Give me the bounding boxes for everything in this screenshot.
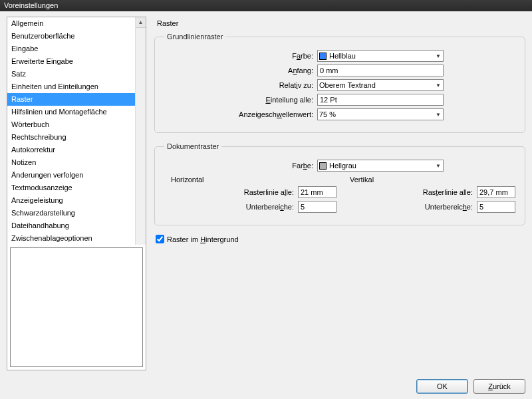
h-sub-input[interactable]: [298, 201, 336, 213]
sidebar-item-hilfslinien-und-montagefl-che[interactable]: Hilfslinien und Montagefläche: [7, 106, 146, 118]
grids-in-back-label[interactable]: Raster im Hintergrund: [167, 235, 239, 243]
ok-button[interactable]: OK: [416, 379, 468, 394]
vertical-column: Vertikal Rasterlinie alle: Unterbereiche…: [343, 176, 515, 215]
baseline-threshold-dropdown[interactable]: 75 % ▼: [317, 108, 444, 120]
sidebar-item-w-rterbuch[interactable]: Wörterbuch: [7, 118, 146, 131]
h-sub-label: Unterbereiche:: [246, 203, 298, 211]
baseline-start-input[interactable]: [317, 65, 444, 76]
v-sub-label: Unterbereiche:: [425, 203, 477, 211]
baseline-color-dropdown[interactable]: Hellblau ▼: [317, 50, 444, 62]
baseline-grid-group: Grundlinienraster Farbe: Hellblau ▼ Anfa…: [154, 33, 525, 133]
sidebar-item-erweiterte-eingabe[interactable]: Erweiterte Eingabe: [7, 55, 146, 68]
sidebar-item-zwischenablageoptionen[interactable]: Zwischenablageoptionen: [7, 232, 146, 245]
dialog-footer: OK Zurück: [416, 379, 525, 394]
dialog-content: AllgemeinBenutzeroberflächeEingabeErweit…: [0, 11, 532, 370]
document-grid-legend: Dokumentraster: [164, 142, 221, 150]
baseline-increment-input[interactable]: [317, 94, 444, 106]
horizontal-title: Horizontal: [171, 176, 336, 184]
chevron-down-icon: ▼: [436, 163, 441, 169]
sidebar-item-allgemein[interactable]: Allgemein: [7, 17, 146, 30]
category-list: AllgemeinBenutzeroberflächeEingabeErweit…: [7, 17, 146, 245]
baseline-start-label: Anfang:: [164, 66, 317, 74]
baseline-relative-label: Relativ zu:: [164, 81, 317, 89]
sidebar-item-notizen[interactable]: Notizen: [7, 156, 146, 169]
chevron-down-icon: ▼: [436, 82, 441, 88]
color-swatch-icon: [319, 162, 327, 170]
sidebar-item-textmodusanzeige[interactable]: Textmodusanzeige: [7, 182, 146, 194]
sidebar-item-dateihandhabung[interactable]: Dateihandhabung: [7, 219, 146, 232]
category-sidebar: AllgemeinBenutzeroberflächeEingabeErweit…: [7, 17, 146, 370]
sidebar-item-eingabe[interactable]: Eingabe: [7, 43, 146, 55]
v-gridline-input[interactable]: [477, 186, 515, 198]
horizontal-column: Horizontal Rasterlinie alle: Unterbereic…: [164, 176, 336, 215]
baseline-threshold-label: Anzeigeschwellenwert:: [164, 110, 317, 118]
v-sub-input[interactable]: [477, 201, 515, 213]
sidebar-item-anzeigeleistung[interactable]: Anzeigeleistung: [7, 194, 146, 207]
sidebar-item-einheiten-und-einteilungen[interactable]: Einheiten und Einteilungen: [7, 80, 146, 93]
h-gridline-input[interactable]: [298, 186, 336, 198]
sidebar-item-autokorrektur[interactable]: Autokorrektur: [7, 144, 146, 156]
main-panel: Raster Grundlinienraster Farbe: Hellblau…: [154, 17, 525, 370]
sidebar-item-benutzeroberfl-che[interactable]: Benutzeroberfläche: [7, 30, 146, 43]
document-color-dropdown[interactable]: Hellgrau ▼: [317, 160, 444, 172]
grids-in-back-row: Raster im Hintergrund: [156, 235, 524, 243]
sidebar-item-satz[interactable]: Satz: [7, 68, 146, 80]
baseline-grid-legend: Grundlinienraster: [164, 33, 225, 41]
window-titlebar: Voreinstellungen: [0, 0, 532, 11]
v-gridline-label: Rasterlinie alle:: [423, 188, 477, 196]
sidebar-item-schwarzdarstellung[interactable]: Schwarzdarstellung: [7, 207, 146, 219]
sidebar-scrollbar[interactable]: [135, 17, 146, 245]
baseline-color-label: Farbe:: [164, 52, 317, 60]
sidebar-item-rechtschreibung[interactable]: Rechtschreibung: [7, 131, 146, 144]
chevron-down-icon: ▼: [436, 53, 441, 59]
chevron-down-icon: ▼: [436, 112, 441, 118]
back-button[interactable]: Zurück: [473, 379, 525, 394]
color-swatch-icon: [319, 53, 327, 60]
document-color-label: Farbe:: [164, 162, 317, 170]
sidebar-item--nderungen-verfolgen[interactable]: Änderungen verfolgen: [7, 169, 146, 182]
baseline-relative-dropdown[interactable]: Oberem Textrand ▼: [317, 79, 444, 91]
sidebar-preview-box: [10, 247, 143, 367]
window-title: Voreinstellungen: [4, 1, 58, 9]
grids-in-back-checkbox[interactable]: [156, 235, 164, 243]
h-gridline-label: Rasterlinie alle:: [244, 188, 298, 196]
baseline-increment-label: Einteilung alle:: [164, 96, 317, 104]
document-grid-group: Dokumentraster Farbe: Hellgrau ▼ Horizon…: [154, 142, 525, 225]
page-title: Raster: [157, 19, 525, 27]
sidebar-item-raster[interactable]: Raster: [7, 93, 146, 106]
vertical-title: Vertikal: [350, 176, 515, 184]
